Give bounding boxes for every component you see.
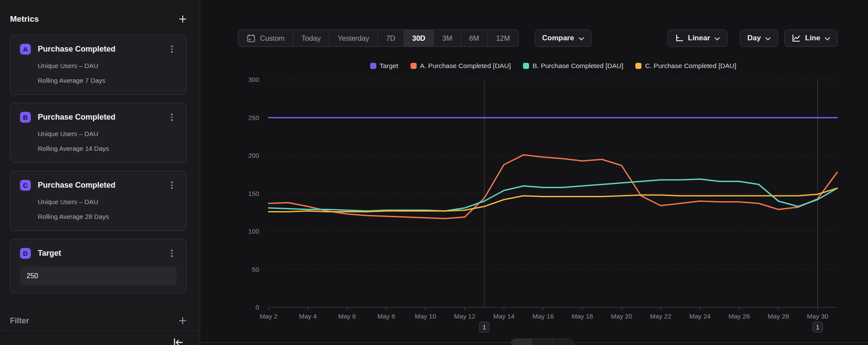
range-6m[interactable]: 6M bbox=[461, 30, 488, 46]
range-30d[interactable]: 30D bbox=[404, 30, 434, 46]
add-metric-button[interactable] bbox=[177, 13, 188, 25]
metric-card-b[interactable]: B Purchase Completed Unique Users – DAU … bbox=[10, 103, 187, 163]
range-label: Today bbox=[302, 34, 321, 42]
svg-text:May 2: May 2 bbox=[260, 312, 278, 320]
svg-text:May 28: May 28 bbox=[768, 312, 789, 320]
metrics-title: Metrics bbox=[10, 14, 39, 24]
interval-select-button[interactable]: Day bbox=[740, 29, 778, 47]
view-toggle-breakdown[interactable] bbox=[552, 339, 572, 345]
legend-swatch bbox=[523, 63, 529, 69]
chart-type-label: Line bbox=[805, 34, 820, 42]
metric-card-target[interactable]: D Target 250 bbox=[10, 239, 187, 293]
calendar-icon bbox=[247, 34, 256, 43]
chart-legend: Target A. Purchase Completed [DAU] B. Pu… bbox=[269, 62, 838, 70]
metric-badge-a: A bbox=[20, 44, 31, 55]
metrics-sidebar: Metrics A Purchase Completed Unique User… bbox=[0, 0, 200, 345]
filter-section: Filter bbox=[10, 315, 188, 327]
svg-text:150: 150 bbox=[248, 190, 259, 197]
chevron-down-icon bbox=[579, 37, 584, 41]
metric-measure: Unique Users – DAU bbox=[38, 198, 177, 205]
svg-text:100: 100 bbox=[248, 228, 259, 235]
chevron-down-icon bbox=[714, 37, 720, 41]
view-toggle-control bbox=[511, 338, 573, 345]
line-chart-icon bbox=[792, 34, 801, 42]
legend-label: B. Purchase Completed [DAU] bbox=[533, 62, 623, 70]
chevron-down-icon bbox=[825, 37, 830, 41]
metric-transform: Rolling Average 14 Days bbox=[38, 145, 177, 152]
interval-label: Day bbox=[747, 34, 761, 42]
metric-measure: Unique Users – DAU bbox=[38, 62, 177, 69]
svg-text:May 18: May 18 bbox=[572, 312, 593, 320]
date-range-control: Custom Today Yesterday 7D 30D 3M 6M 12M bbox=[238, 29, 519, 47]
metric-badge-d: D bbox=[20, 248, 31, 259]
kebab-menu-icon[interactable] bbox=[167, 181, 177, 190]
range-yesterday[interactable]: Yesterday bbox=[329, 30, 378, 46]
legend-swatch bbox=[635, 63, 641, 69]
range-12m[interactable]: 12M bbox=[488, 30, 518, 46]
chart-type-select-button[interactable]: Line bbox=[784, 29, 838, 47]
plus-icon bbox=[178, 316, 187, 325]
legend-swatch bbox=[411, 63, 417, 69]
svg-text:May 6: May 6 bbox=[338, 312, 356, 320]
legend-item-c[interactable]: C. Purchase Completed [DAU] bbox=[635, 62, 736, 70]
svg-text:May 24: May 24 bbox=[689, 312, 710, 320]
kebab-menu-icon[interactable] bbox=[167, 113, 177, 122]
scale-select-button[interactable]: Linear bbox=[667, 29, 727, 47]
svg-text:200: 200 bbox=[248, 152, 259, 159]
legend-label: C. Purchase Completed [DAU] bbox=[645, 62, 736, 70]
view-toggle-table[interactable] bbox=[532, 339, 552, 345]
metric-transform: Rolling Average 7 Days bbox=[38, 77, 177, 84]
legend-item-a[interactable]: A. Purchase Completed [DAU] bbox=[411, 62, 511, 70]
range-today[interactable]: Today bbox=[293, 30, 329, 46]
legend-label: Target bbox=[380, 62, 398, 70]
metric-title: Purchase Completed bbox=[38, 45, 167, 54]
add-filter-button[interactable] bbox=[177, 315, 188, 326]
metric-transform: Rolling Average 28 Days bbox=[38, 213, 177, 220]
svg-text:May 22: May 22 bbox=[650, 312, 671, 320]
svg-text:May 20: May 20 bbox=[611, 312, 632, 320]
view-toggle-chart[interactable] bbox=[512, 339, 532, 345]
range-label: 6M bbox=[469, 34, 479, 42]
plus-icon bbox=[178, 14, 187, 24]
legend-item-target[interactable]: Target bbox=[370, 62, 398, 70]
scale-label: Linear bbox=[688, 34, 710, 42]
metric-title: Target bbox=[38, 249, 167, 258]
metrics-header: Metrics bbox=[10, 13, 188, 25]
svg-text:0: 0 bbox=[256, 303, 259, 311]
kebab-menu-icon[interactable] bbox=[167, 45, 177, 54]
collapse-left-icon bbox=[172, 337, 184, 345]
legend-item-b[interactable]: B. Purchase Completed [DAU] bbox=[523, 62, 623, 70]
svg-text:May 4: May 4 bbox=[299, 312, 317, 320]
metric-measure: Unique Users – DAU bbox=[38, 130, 177, 137]
collapse-sidebar-button[interactable] bbox=[172, 337, 184, 345]
svg-text:300: 300 bbox=[248, 76, 259, 83]
metric-badge-c: C bbox=[20, 180, 31, 191]
range-3m[interactable]: 3M bbox=[434, 30, 461, 46]
range-custom[interactable]: Custom bbox=[238, 30, 293, 46]
range-label: Yesterday bbox=[338, 34, 369, 42]
annotation-badge-1[interactable]: 1 bbox=[479, 322, 490, 332]
svg-text:May 16: May 16 bbox=[533, 312, 554, 320]
metric-badge-b: B bbox=[20, 112, 31, 123]
range-label: 30D bbox=[412, 34, 425, 42]
range-label: 3M bbox=[442, 34, 452, 42]
sidebar-divider bbox=[0, 330, 200, 331]
metric-card-c[interactable]: C Purchase Completed Unique Users – DAU … bbox=[10, 171, 187, 231]
metric-card-a[interactable]: A Purchase Completed Unique Users – DAU … bbox=[10, 35, 187, 95]
range-7d[interactable]: 7D bbox=[378, 30, 404, 46]
svg-text:May 26: May 26 bbox=[729, 312, 750, 320]
legend-swatch bbox=[370, 63, 376, 69]
svg-text:May 14: May 14 bbox=[493, 312, 514, 320]
metric-title: Purchase Completed bbox=[38, 181, 167, 190]
svg-text:50: 50 bbox=[252, 266, 259, 273]
target-value-input[interactable]: 250 bbox=[20, 267, 177, 285]
compare-button[interactable]: Compare bbox=[535, 29, 592, 47]
svg-text:250: 250 bbox=[248, 114, 259, 121]
kebab-menu-icon[interactable] bbox=[167, 249, 177, 258]
metric-title: Purchase Completed bbox=[38, 113, 167, 122]
svg-text:May 12: May 12 bbox=[454, 312, 475, 320]
compare-label: Compare bbox=[542, 34, 574, 42]
chevron-down-icon bbox=[765, 37, 771, 41]
svg-text:May 8: May 8 bbox=[378, 312, 395, 320]
annotation-badge-2[interactable]: 1 bbox=[812, 322, 823, 332]
